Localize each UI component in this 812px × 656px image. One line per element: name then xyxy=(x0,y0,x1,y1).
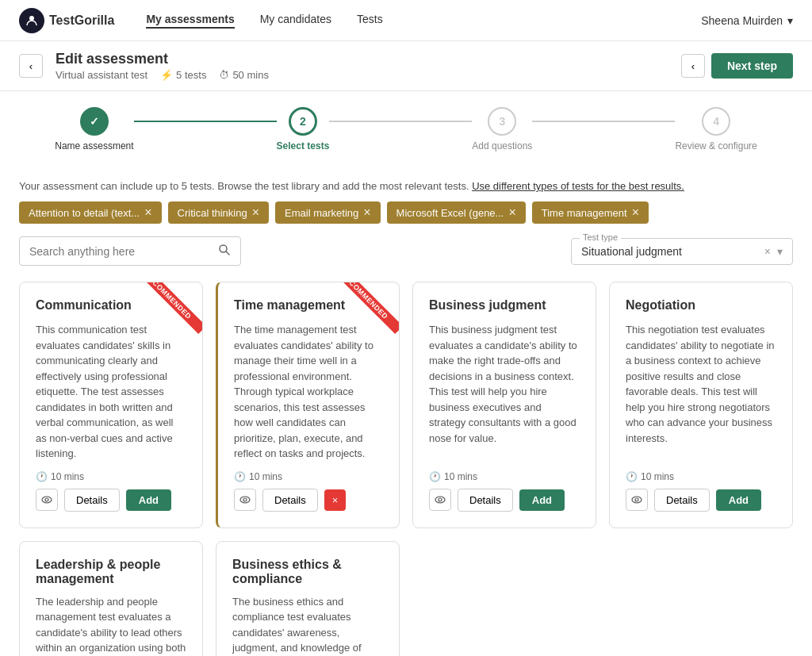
clock-icon: 🕐 xyxy=(234,471,246,482)
card-communication-desc: This communication test evaluates candid… xyxy=(36,322,186,462)
test-type-filter[interactable]: Test type Situational judgment × ▾ xyxy=(571,238,793,265)
card-business-ethics-title: Business ethics & compliance xyxy=(232,558,383,586)
info-link[interactable]: Use different types of tests for the bes… xyxy=(472,180,684,192)
nav-tests[interactable]: Tests xyxy=(357,13,383,29)
header-meta: Virtual assistant test ⚡ 5 tests ⏱ 50 mi… xyxy=(56,69,668,81)
step-line-1 xyxy=(134,121,277,122)
preview-icon-2[interactable] xyxy=(234,489,256,511)
card-time-management-footer: 🕐 10 mins Details × xyxy=(234,471,383,512)
tag-remove-time[interactable]: × xyxy=(632,206,639,219)
card-communication: RECOMMENDED Communication This communica… xyxy=(19,282,203,528)
tests-count: ⚡ 5 tests xyxy=(160,69,206,81)
card-business-judgment-time: 🕐 10 mins xyxy=(429,471,580,482)
tag-label: Email marketing xyxy=(285,207,358,219)
card-business-ethics: Business ethics & compliance The busines… xyxy=(216,541,400,657)
navigation: TestGorilla My assessments My candidates… xyxy=(0,0,812,41)
svg-point-5 xyxy=(240,497,250,503)
card-negotiation-desc: This negotiation test evaluates candidat… xyxy=(626,322,776,462)
step-1: ✓ Name assessment xyxy=(55,107,133,152)
card-negotiation-time: 🕐 10 mins xyxy=(626,471,776,482)
clock-icon: 🕐 xyxy=(626,471,638,482)
card-negotiation: Negotiation This negotiation test evalua… xyxy=(609,282,793,528)
add-button-4[interactable]: Add xyxy=(716,489,761,511)
card-time-management-title: Time management xyxy=(234,298,383,313)
tag-email: Email marketing × xyxy=(275,201,381,224)
test-cards-grid: RECOMMENDED Communication This communica… xyxy=(19,282,793,528)
test-type-actions: × ▾ xyxy=(764,245,783,258)
card-communication-actions: Details Add xyxy=(36,489,186,512)
card-communication-title: Communication xyxy=(36,298,186,313)
header-bar: ‹ Edit assessment Virtual assistant test… xyxy=(0,41,812,91)
step-3: 3 Add questions xyxy=(472,107,532,152)
tag-remove-attention[interactable]: × xyxy=(144,206,151,219)
nav-my-candidates[interactable]: My candidates xyxy=(260,13,331,29)
test-type-chevron-icon: ▾ xyxy=(777,245,783,258)
nav-links: My assessments My candidates Tests xyxy=(146,13,701,29)
step-1-circle: ✓ xyxy=(80,107,109,136)
tag-remove-excel[interactable]: × xyxy=(508,206,515,219)
clock-icon: 🕐 xyxy=(36,471,48,482)
user-name: Sheena Muirden xyxy=(701,14,783,27)
tag-remove-email[interactable]: × xyxy=(363,206,370,219)
step-3-label: Add questions xyxy=(472,140,532,152)
tag-critical: Critical thinking × xyxy=(168,201,270,224)
svg-point-9 xyxy=(632,497,642,503)
logo-icon xyxy=(19,8,44,33)
card-time-management-time: 🕐 10 mins xyxy=(234,471,383,482)
tag-attention: Attention to detail (text... × xyxy=(19,201,162,224)
nav-my-assessments[interactable]: My assessments xyxy=(146,13,234,29)
svg-point-7 xyxy=(435,497,445,503)
clock-icon: ⏱ xyxy=(219,69,229,81)
svg-line-2 xyxy=(226,251,229,255)
tag-remove-critical[interactable]: × xyxy=(252,206,259,219)
svg-point-8 xyxy=(439,498,442,501)
card-time-management-desc: The time management test evaluates candi… xyxy=(234,322,383,462)
preview-icon-3[interactable] xyxy=(429,489,451,511)
details-button-2[interactable]: Details xyxy=(262,489,318,512)
selected-tests: Attention to detail (text... × Critical … xyxy=(19,201,793,224)
chevron-down-icon: ▾ xyxy=(787,14,793,27)
test-type-clear-icon[interactable]: × xyxy=(764,245,771,258)
card-negotiation-footer: 🕐 10 mins Details Add xyxy=(626,471,776,512)
user-menu[interactable]: Sheena Muirden ▾ xyxy=(701,14,793,27)
search-icon xyxy=(218,244,231,259)
step-4-circle: 4 xyxy=(702,107,730,136)
details-button-3[interactable]: Details xyxy=(458,489,513,512)
logo-text: TestGorilla xyxy=(49,13,114,28)
test-type-label: Test type xyxy=(580,232,621,242)
details-button-4[interactable]: Details xyxy=(654,489,710,512)
preview-icon-4[interactable] xyxy=(626,489,648,511)
card-leadership: Leadership & people management The leade… xyxy=(19,541,203,657)
tag-time: Time management × xyxy=(532,201,649,224)
svg-point-10 xyxy=(635,498,638,501)
next-step-button[interactable]: Next step xyxy=(711,53,793,79)
partial-cards-grid: Leadership & people management The leade… xyxy=(19,541,793,657)
back-button[interactable]: ‹ xyxy=(19,54,43,78)
test-type-value: Situational judgment xyxy=(581,245,758,258)
card-communication-time: 🕐 10 mins xyxy=(36,471,186,482)
stepper: ✓ Name assessment 2 Select tests 3 Add q… xyxy=(0,91,812,167)
details-button[interactable]: Details xyxy=(64,489,120,512)
page-title: Edit assessment xyxy=(56,51,668,67)
clock-icon: 🕐 xyxy=(429,471,441,482)
card-time-management-actions: Details × xyxy=(234,489,383,512)
preview-icon[interactable] xyxy=(36,489,58,511)
main-content: Your assessment can include up to 5 test… xyxy=(0,167,812,656)
card-negotiation-title: Negotiation xyxy=(626,298,776,313)
remove-button[interactable]: × xyxy=(324,489,347,511)
tests-icon: ⚡ xyxy=(160,69,173,81)
card-leadership-desc: The leadership and people management tes… xyxy=(36,594,186,657)
svg-point-3 xyxy=(42,497,52,503)
search-input[interactable] xyxy=(29,245,212,258)
logo[interactable]: TestGorilla xyxy=(19,8,114,33)
search-box xyxy=(19,236,241,266)
tag-label: Microsoft Excel (gene... xyxy=(396,207,504,219)
card-business-judgment: Business judgment This business judgment… xyxy=(412,282,596,528)
prev-step-button[interactable]: ‹ xyxy=(681,54,705,78)
step-1-label: Name assessment xyxy=(55,140,133,152)
step-2-label: Select tests xyxy=(277,140,330,152)
filters: Test type Situational judgment × ▾ xyxy=(19,236,793,266)
add-button-3[interactable]: Add xyxy=(519,489,565,511)
tag-label: Time management xyxy=(542,207,627,219)
add-button[interactable]: Add xyxy=(126,489,171,511)
